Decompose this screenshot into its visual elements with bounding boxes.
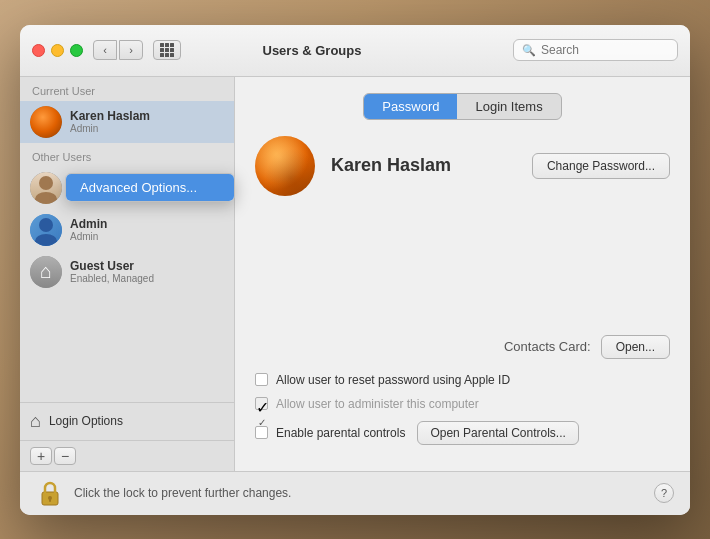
login-options-item[interactable]: ⌂ Login Options — [20, 402, 234, 440]
avatar-2 — [30, 172, 62, 204]
guest-icon: ⌂ — [30, 256, 62, 288]
minimize-button[interactable] — [51, 44, 64, 57]
lock-icon — [38, 479, 62, 507]
main-user-name: Karen Haslam — [331, 155, 451, 176]
user-info-3: Admin Admin — [70, 217, 107, 242]
user-info: Karen Haslam Admin — [70, 109, 150, 134]
window-title: Users & Groups — [191, 43, 433, 58]
back-button[interactable]: ‹ — [93, 40, 117, 60]
user-item-guest[interactable]: ⌂ Guest User Enabled, Managed — [20, 251, 234, 293]
content-area: Current User Karen Haslam Admin Advanced… — [20, 77, 690, 471]
remove-user-button[interactable]: − — [54, 447, 76, 465]
user-role-3: Admin — [70, 231, 107, 242]
sidebar: Current User Karen Haslam Admin Advanced… — [20, 77, 235, 471]
bottom-bar: Click the lock to prevent further change… — [20, 471, 690, 515]
user-header: Karen Haslam Change Password... — [255, 136, 670, 196]
administer-checkbox: ✓ — [255, 397, 268, 410]
window: ‹ › Users & Groups 🔍 Current User — [20, 25, 690, 515]
traffic-lights — [32, 44, 83, 57]
parental-label: Enable parental controls — [276, 426, 405, 440]
administer-label: Allow user to administer this computer — [276, 397, 479, 411]
sidebar-controls: + − — [20, 440, 234, 471]
open-parental-controls-button[interactable]: Open Parental Controls... — [417, 421, 578, 445]
house-icon: ⌂ — [30, 411, 41, 432]
current-user-label: Current User — [20, 77, 234, 101]
contacts-card-row: Contacts Card: Open... — [255, 335, 670, 359]
lock-icon-wrap[interactable] — [36, 479, 64, 507]
guest-name: Guest User — [70, 259, 154, 273]
svg-rect-2 — [49, 498, 51, 502]
add-user-button[interactable]: + — [30, 447, 52, 465]
titlebar: ‹ › Users & Groups 🔍 — [20, 25, 690, 77]
close-button[interactable] — [32, 44, 45, 57]
forward-button[interactable]: › — [119, 40, 143, 60]
administer-row: ✓ Allow user to administer this computer — [255, 397, 670, 411]
user-info-guest: Guest User Enabled, Managed — [70, 259, 154, 284]
avatar-guest: ⌂ — [30, 256, 62, 288]
search-box[interactable]: 🔍 — [513, 39, 678, 61]
tab-login-items[interactable]: Login Items — [457, 94, 560, 119]
grid-icon — [160, 43, 174, 57]
zoom-button[interactable] — [70, 44, 83, 57]
change-password-button[interactable]: Change Password... — [532, 153, 670, 179]
advanced-options-menu-item[interactable]: Advanced Options... — [66, 174, 234, 201]
contacts-label: Contacts Card: — [504, 339, 591, 354]
open-contacts-button[interactable]: Open... — [601, 335, 670, 359]
user-role: Admin — [70, 123, 150, 134]
current-user-item[interactable]: Karen Haslam Admin — [20, 101, 234, 143]
tab-password[interactable]: Password — [364, 94, 457, 119]
nav-buttons: ‹ › — [93, 40, 143, 60]
login-options-label: Login Options — [49, 414, 123, 428]
main-panel: Password Login Items Karen Haslam Change… — [235, 77, 690, 471]
grid-view-button[interactable] — [153, 40, 181, 60]
parental-checkbox[interactable] — [255, 426, 268, 439]
search-icon: 🔍 — [522, 44, 536, 57]
search-input[interactable] — [541, 43, 669, 57]
other-users-label: Other Users — [20, 143, 234, 167]
tab-bar: Password Login Items — [255, 93, 670, 120]
reset-password-label: Allow user to reset password using Apple… — [276, 373, 510, 387]
user-name-3: Admin — [70, 217, 107, 231]
user-item-3[interactable]: Admin Admin — [20, 209, 234, 251]
lock-text: Click the lock to prevent further change… — [74, 486, 644, 500]
user-name: Karen Haslam — [70, 109, 150, 123]
help-button[interactable]: ? — [654, 483, 674, 503]
main-user-avatar — [255, 136, 315, 196]
guest-role: Enabled, Managed — [70, 273, 154, 284]
reset-password-checkbox[interactable] — [255, 373, 268, 386]
avatar-3 — [30, 214, 62, 246]
avatar — [30, 106, 62, 138]
parental-row: Enable parental controls Open Parental C… — [255, 421, 670, 445]
context-menu: Advanced Options... — [65, 173, 235, 202]
tab-group: Password Login Items — [363, 93, 561, 120]
reset-password-row: Allow user to reset password using Apple… — [255, 373, 670, 387]
